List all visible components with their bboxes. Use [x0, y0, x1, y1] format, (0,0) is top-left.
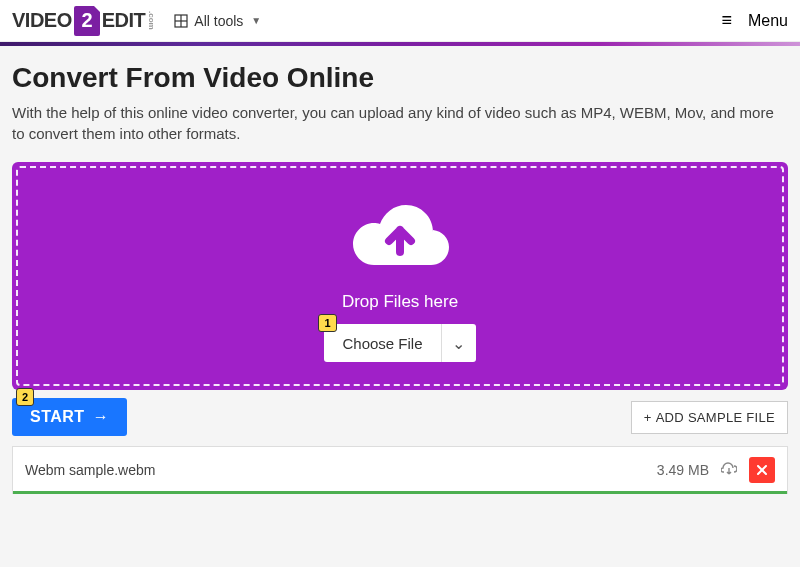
chevron-down-icon: ▼: [251, 15, 261, 26]
add-sample-file-button[interactable]: + ADD SAMPLE FILE: [631, 401, 788, 434]
choose-file-button[interactable]: Choose File: [324, 324, 441, 362]
page-title: Convert From Video Online: [12, 62, 788, 94]
page-description: With the help of this online video conve…: [12, 102, 788, 144]
dropzone-container[interactable]: Drop Files here 1 Choose File ⌄: [12, 162, 788, 390]
close-icon: [757, 463, 767, 478]
drop-files-label: Drop Files here: [342, 292, 458, 312]
arrow-right-icon: →: [93, 408, 110, 426]
start-label: START: [30, 408, 85, 426]
main-content: Convert From Video Online With the help …: [0, 46, 800, 510]
logo-text-edit: EDIT: [102, 9, 146, 32]
file-name: Webm sample.webm: [25, 462, 657, 478]
cloud-upload-icon: [345, 196, 455, 280]
hamburger-icon[interactable]: ≡: [721, 10, 732, 31]
all-tools-menu[interactable]: All tools ▼: [174, 13, 261, 29]
choose-file-dropdown[interactable]: ⌄: [442, 324, 476, 362]
add-sample-label: ADD SAMPLE FILE: [656, 410, 775, 425]
step-badge-1: 1: [318, 314, 336, 332]
logo[interactable]: VIDEO 2 EDIT .com: [12, 6, 156, 36]
header-bar: VIDEO 2 EDIT .com All tools ▼ ≡ Menu: [0, 0, 800, 42]
logo-dotcom: .com: [147, 11, 156, 30]
dropzone[interactable]: Drop Files here 1 Choose File ⌄: [16, 166, 784, 386]
action-row: 2 START → + ADD SAMPLE FILE: [12, 398, 788, 436]
cloud-download-icon[interactable]: [721, 462, 737, 479]
file-row: Webm sample.webm 3.49 MB: [12, 446, 788, 494]
all-tools-label: All tools: [194, 13, 243, 29]
file-size: 3.49 MB: [657, 462, 709, 478]
grid-icon: [174, 14, 188, 28]
plus-icon: +: [644, 410, 652, 425]
step-badge-2: 2: [16, 388, 34, 406]
logo-text-video: VIDEO: [12, 9, 72, 32]
menu-label[interactable]: Menu: [748, 12, 788, 30]
choose-file-button-group: Choose File ⌄: [324, 324, 475, 362]
logo-badge-2: 2: [74, 6, 100, 36]
chevron-down-icon: ⌄: [452, 334, 465, 353]
remove-file-button[interactable]: [749, 457, 775, 483]
